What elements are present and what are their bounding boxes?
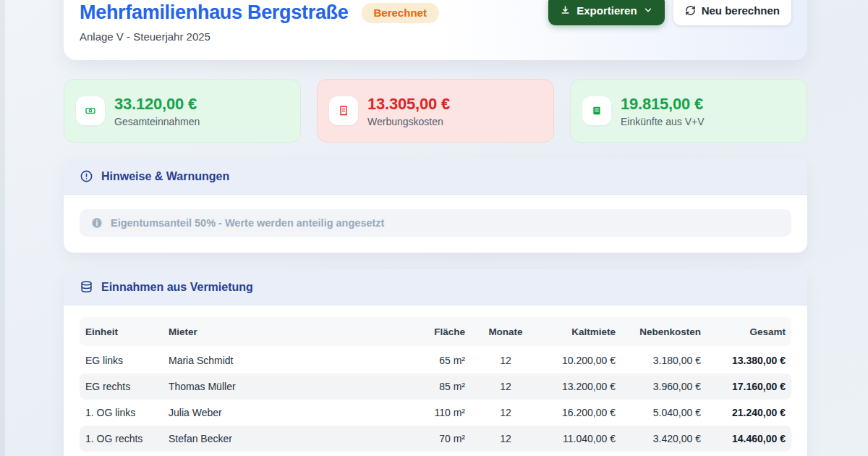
cell-kaltmiete: 11.040,00 € <box>540 433 621 444</box>
cell-kaltmiete: 10.200,00 € <box>540 355 621 366</box>
cell-flaeche: 65 m² <box>401 355 471 366</box>
cell-flaeche: 70 m² <box>401 433 471 444</box>
cell-nebenkosten: 3.420,00 € <box>621 433 707 444</box>
main-content: Mehrfamilienhaus Bergstraße Berechnet An… <box>64 0 807 456</box>
cell-nebenkosten: 3.180,00 € <box>621 355 707 366</box>
table-row: 1. OG links Julia Weber 110 m² 12 16.200… <box>80 400 791 426</box>
export-button[interactable]: Exportieren <box>548 0 664 25</box>
page-title: Mehrfamilienhaus Bergstraße <box>80 1 349 24</box>
calculator-icon <box>582 96 611 125</box>
cell-nebenkosten: 5.040,00 € <box>621 407 707 418</box>
cell-monate: 12 <box>471 433 540 444</box>
stat-cards: 33.120,00 € Gesamteinnahmen 13.305,00 € … <box>64 79 807 143</box>
stat-card-expenses: 13.305,00 € Werbungskosten <box>317 79 554 143</box>
cell-monate: 12 <box>471 381 540 392</box>
table-row: EG rechts Thomas Müller 85 m² 12 13.200,… <box>80 373 791 400</box>
notices-header: Hinweise & Warnungen <box>64 159 807 195</box>
recalculate-button[interactable]: Neu berechnen <box>673 0 791 25</box>
stat-card-net-income: 19.815,00 € Einkünfte aus V+V <box>570 79 807 143</box>
column-header: Nebenkosten <box>621 326 707 337</box>
cell-monate: 12 <box>471 407 540 418</box>
table-row: EG links Maria Schmidt 65 m² 12 10.200,0… <box>80 347 791 373</box>
cell-einheit: EG rechts <box>80 381 163 392</box>
cell-einheit: 1. OG rechts <box>80 433 163 444</box>
receipt-icon <box>329 96 358 125</box>
cell-gesamt: 13.380,00 € <box>707 355 791 366</box>
stat-label: Einkünfte aus V+V <box>621 116 705 127</box>
column-header: Monate <box>471 326 540 337</box>
stat-label: Werbungskosten <box>367 116 450 127</box>
notice-item: Eigentumsanteil 50% - Werte werden antei… <box>80 209 791 237</box>
banknote-icon <box>76 96 105 125</box>
cell-mieter: Thomas Müller <box>163 381 401 392</box>
cell-flaeche: 110 m² <box>401 407 471 418</box>
cell-kaltmiete: 16.200,00 € <box>540 407 621 418</box>
cell-monate: 12 <box>471 355 540 366</box>
cell-nebenkosten: 3.960,00 € <box>621 381 707 392</box>
notices-section: Hinweise & Warnungen Eigentumsanteil 50%… <box>64 159 807 253</box>
alert-circle-icon <box>80 169 93 183</box>
notices-title: Hinweise & Warnungen <box>101 170 229 183</box>
refresh-icon <box>685 5 696 16</box>
table-row: 1. OG rechts Stefan Becker 70 m² 12 11.0… <box>80 426 791 452</box>
cell-einheit: 1. OG links <box>80 407 163 418</box>
column-header: Einheit <box>80 326 163 337</box>
rental-income-section: Einnahmen aus Vermietung Einheit Mieter … <box>64 269 807 456</box>
cell-flaeche: 85 m² <box>401 381 471 392</box>
export-button-label: Exportieren <box>576 4 637 17</box>
stat-card-income: 33.120,00 € Gesamteinnahmen <box>64 79 301 143</box>
cell-kaltmiete: 13.200,00 € <box>540 381 621 392</box>
header-actions: Exportieren Neu berechnen <box>548 0 791 25</box>
stat-value: 19.815,00 € <box>621 95 705 114</box>
column-header: Mieter <box>163 326 401 337</box>
cell-gesamt: 14.460,00 € <box>707 433 791 444</box>
cell-gesamt: 21.240,00 € <box>707 407 791 418</box>
notice-text: Eigentumsanteil 50% - Werte werden antei… <box>111 217 384 229</box>
database-icon <box>80 280 93 294</box>
status-badge: Berechnet <box>362 3 439 23</box>
cell-mieter: Maria Schmidt <box>163 355 401 366</box>
stat-value: 33.120,00 € <box>114 95 200 114</box>
download-icon <box>560 5 571 16</box>
rental-income-header: Einnahmen aus Vermietung <box>64 269 807 305</box>
table-body: EG links Maria Schmidt 65 m² 12 10.200,0… <box>80 347 791 452</box>
stat-value: 13.305,00 € <box>367 95 450 114</box>
column-header: Kaltmiete <box>540 326 621 337</box>
window-edge <box>0 0 5 456</box>
recalculate-button-label: Neu berechnen <box>702 4 780 17</box>
cell-mieter: Stefan Becker <box>163 433 401 444</box>
chevron-down-icon <box>643 5 653 15</box>
column-header: Gesamt <box>707 326 791 337</box>
rental-income-title: Einnahmen aus Vermietung <box>101 281 253 294</box>
info-icon <box>91 217 103 229</box>
stat-label: Gesamteinnahmen <box>114 116 200 127</box>
cell-gesamt: 17.160,00 € <box>707 381 791 392</box>
page-subtitle: Anlage V - Steuerjahr 2025 <box>80 30 791 43</box>
table-header-row: Einheit Mieter Fläche Monate Kaltmiete N… <box>80 317 791 346</box>
page-header: Mehrfamilienhaus Bergstraße Berechnet An… <box>64 0 807 60</box>
cell-einheit: EG links <box>80 355 163 366</box>
rental-income-table: Einheit Mieter Fläche Monate Kaltmiete N… <box>64 305 807 456</box>
column-header: Fläche <box>401 326 471 337</box>
cell-mieter: Julia Weber <box>163 407 401 418</box>
